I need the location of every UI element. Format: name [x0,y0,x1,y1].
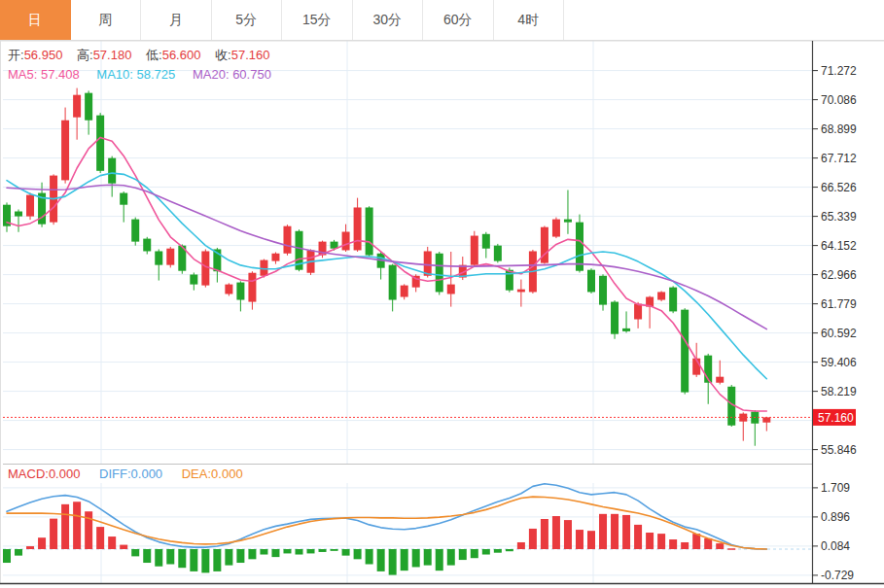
svg-text:59.406: 59.406 [821,356,857,369]
kline-widget: 日 周 月 5分 15分 30分 60分 4时 71.27270.08668.8… [0,0,884,588]
svg-text:71.272: 71.272 [821,64,857,78]
current-price-badge: 57.160 [818,411,854,425]
svg-text:-0.729: -0.729 [821,569,854,582]
svg-text:66.526: 66.526 [821,181,857,194]
svg-text:68.899: 68.899 [821,122,857,136]
svg-text:61.779: 61.779 [821,297,857,311]
svg-text:60.592: 60.592 [821,327,857,340]
kline-chart-svg[interactable]: 71.27270.08668.89967.71266.52665.33964.1… [0,0,884,588]
svg-text:67.712: 67.712 [821,152,857,165]
svg-text:1.709: 1.709 [821,481,850,495]
svg-text:65.339: 65.339 [821,210,857,224]
svg-text:70.086: 70.086 [821,93,857,107]
svg-text:0.084: 0.084 [821,539,850,553]
svg-text:55.846: 55.846 [821,443,857,457]
chart-area[interactable]: 71.27270.08668.89967.71266.52665.33964.1… [0,0,884,588]
svg-text:62.966: 62.966 [821,268,857,282]
svg-text:0.896: 0.896 [821,510,850,524]
svg-text:58.219: 58.219 [821,385,857,398]
svg-text:64.152: 64.152 [821,239,857,253]
